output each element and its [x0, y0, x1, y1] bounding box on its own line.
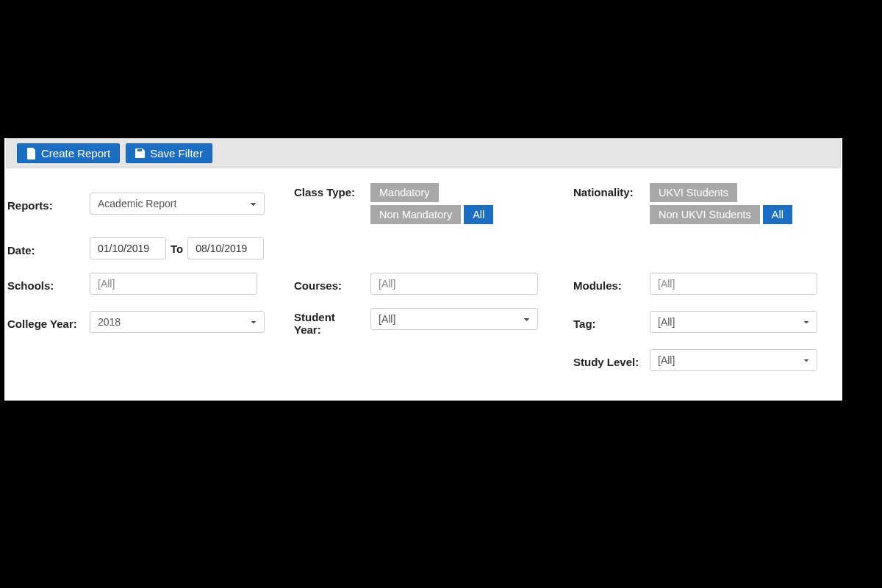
- student-year-label: Student Year:: [294, 308, 365, 336]
- nationality-field: Nationality: UKVI Students Non UKVI Stud…: [573, 183, 853, 224]
- class-type-toggle-group: Mandatory Non Mandatory All: [370, 183, 539, 224]
- date-to-label: To: [171, 243, 183, 255]
- courses-input[interactable]: [370, 273, 538, 295]
- date-label: Date:: [7, 241, 84, 257]
- class-type-mandatory-toggle[interactable]: Mandatory: [370, 183, 439, 202]
- class-type-field: Class Type: Mandatory Non Mandatory All: [294, 183, 566, 224]
- courses-field: Courses:: [294, 273, 566, 295]
- class-type-label: Class Type:: [294, 183, 365, 198]
- spacer: [7, 349, 287, 350]
- document-icon: [26, 148, 37, 159]
- class-type-all-toggle[interactable]: All: [464, 205, 493, 224]
- reports-label: Reports:: [7, 196, 84, 212]
- spacer: [294, 349, 566, 350]
- save-filter-button[interactable]: Save Filter: [126, 143, 212, 163]
- spacer: [573, 237, 853, 238]
- study-level-select[interactable]: [All]: [650, 349, 817, 371]
- tag-select[interactable]: [All]: [650, 311, 817, 333]
- filter-form: Reports: Academic Report Class Type: Man…: [4, 183, 842, 371]
- college-year-label: College Year:: [7, 315, 84, 330]
- nationality-ukvi-toggle[interactable]: UKVI Students: [650, 183, 737, 202]
- schools-input[interactable]: [90, 273, 257, 295]
- toolbar: Create Report Save Filter: [6, 138, 841, 168]
- save-icon: [135, 148, 146, 159]
- modules-input[interactable]: [650, 273, 817, 295]
- study-level-label: Study Level:: [573, 353, 644, 368]
- reports-select[interactable]: Academic Report: [90, 193, 265, 215]
- date-field: Date: To: [7, 237, 287, 259]
- schools-label: Schools:: [7, 276, 84, 292]
- reports-field: Reports: Academic Report: [7, 183, 287, 224]
- study-level-field: Study Level: [All]: [573, 349, 853, 371]
- nationality-non-ukvi-toggle[interactable]: Non UKVI Students: [650, 205, 760, 224]
- modules-field: Modules:: [573, 273, 853, 295]
- courses-label: Courses:: [294, 276, 365, 292]
- date-from-input[interactable]: [90, 237, 166, 259]
- nationality-label: Nationality:: [573, 183, 644, 198]
- class-type-non-mandatory-toggle[interactable]: Non Mandatory: [370, 205, 461, 224]
- schools-field: Schools:: [7, 273, 287, 295]
- spacer: [294, 237, 566, 238]
- modules-label: Modules:: [573, 276, 644, 292]
- tag-field: Tag: [All]: [573, 308, 853, 336]
- nationality-all-toggle[interactable]: All: [763, 205, 792, 224]
- student-year-field: Student Year: [All]: [294, 308, 566, 336]
- create-report-label: Create Report: [41, 147, 110, 159]
- create-report-button[interactable]: Create Report: [17, 143, 120, 163]
- nationality-toggle-group: UKVI Students Non UKVI Students All: [650, 183, 819, 224]
- date-to-input[interactable]: [187, 237, 264, 259]
- tag-label: Tag:: [573, 315, 644, 330]
- college-year-select[interactable]: 2018: [90, 311, 265, 333]
- student-year-select[interactable]: [All]: [370, 308, 538, 330]
- save-filter-label: Save Filter: [150, 147, 203, 159]
- report-filter-panel: Create Report Save Filter Reports: Acade…: [4, 138, 842, 401]
- college-year-field: College Year: 2018: [7, 308, 287, 336]
